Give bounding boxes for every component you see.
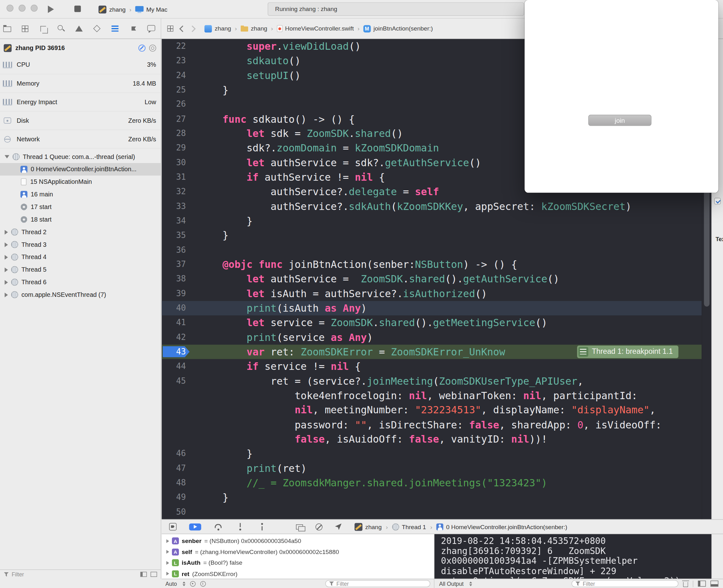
gauge-row-disk[interactable]: DiskZero KB/s: [0, 111, 161, 130]
thread-row[interactable]: Thread 6: [0, 276, 161, 289]
line-number-gutter[interactable]: 22: [162, 39, 192, 54]
line-number-gutter[interactable]: 39: [162, 287, 192, 301]
code-line[interactable]: 43 var ret: ZoomSDKError = ZoomSDKError_…: [162, 345, 702, 359]
simulate-location-icon[interactable]: [335, 523, 342, 530]
disclosure-triangle[interactable]: [5, 243, 8, 247]
variable-row[interactable]: Lret(ZoomSDKError): [162, 568, 434, 579]
breadcrumb-item[interactable]: zhang: [241, 25, 267, 32]
navigator-tab-symbols[interactable]: [37, 23, 49, 35]
line-number-gutter[interactable]: 26: [162, 97, 192, 112]
view-hierarchy-icon[interactable]: [296, 524, 303, 529]
code-line[interactable]: 42 print(service as Any): [162, 330, 702, 345]
disclosure-triangle[interactable]: [166, 550, 169, 554]
minimize-window-button[interactable]: [19, 5, 25, 12]
line-number-gutter[interactable]: [162, 403, 192, 417]
console-output[interactable]: 2019-08-22 14:58:04.453572+0800zhang[369…: [435, 534, 711, 579]
code-line[interactable]: 49 }: [162, 490, 702, 505]
line-number-gutter[interactable]: 49: [162, 490, 192, 505]
variables-filter-field[interactable]: Filter: [325, 580, 430, 587]
navigator-tab-source-control[interactable]: [19, 23, 31, 35]
line-number-gutter[interactable]: [162, 417, 192, 432]
code-line[interactable]: 48 //_ = ZoomsdkManger.shared.joinMeetin…: [162, 476, 702, 490]
stack-frame-row[interactable]: 18 start: [0, 213, 161, 226]
line-number-gutter[interactable]: 47: [162, 461, 192, 476]
toggle-console-pane-icon[interactable]: [710, 581, 718, 587]
breakpoint-badge[interactable]: Thread 1: breakpoint 1.1: [577, 345, 678, 358]
line-number-gutter[interactable]: [162, 432, 192, 446]
code-line[interactable]: 44 if service != nil {: [162, 359, 702, 374]
line-number-gutter[interactable]: [162, 388, 192, 403]
disclosure-triangle[interactable]: [5, 280, 8, 285]
navigator-tab-issues[interactable]: [73, 23, 85, 35]
code-line[interactable]: 39 let isAuth = authService?.isAuthorize…: [162, 287, 702, 301]
show-only-icon[interactable]: [190, 581, 195, 586]
stack-frame-row[interactable]: 0 HomeViewController.joinBtnAction...: [0, 163, 161, 176]
code-line[interactable]: 34 }: [162, 214, 702, 228]
step-over-icon[interactable]: [214, 523, 223, 531]
thread-row[interactable]: Thread 1 Queue: com.a...-thread (serial): [0, 150, 161, 163]
code-line[interactable]: toke4enfrocelogin: nil, webinarToken: ni…: [162, 388, 702, 403]
stack-frame-row[interactable]: 16 main: [0, 188, 161, 201]
variables-scope-select[interactable]: Auto: [165, 581, 177, 587]
line-number-gutter[interactable]: 34: [162, 214, 192, 228]
code-line[interactable]: 40 print(isAuth as Any): [162, 301, 702, 315]
gauge-row-network[interactable]: NetworkZero KB/s: [0, 130, 161, 149]
code-line[interactable]: 50: [162, 505, 702, 519]
info-icon[interactable]: [200, 581, 206, 586]
variable-row[interactable]: LisAuth= (Bool?) false: [162, 558, 434, 568]
gauge-row-cpu[interactable]: CPU3%: [0, 56, 161, 74]
step-out-icon[interactable]: [257, 523, 267, 531]
navigator-tab-reports[interactable]: [145, 23, 157, 35]
process-row[interactable]: zhang PID 36916: [0, 42, 161, 54]
line-number-gutter[interactable]: 42: [162, 330, 192, 345]
line-number-gutter[interactable]: 46: [162, 446, 192, 461]
code-line[interactable]: false, isAuidoOff: false, vanityID: nil)…: [162, 432, 702, 446]
line-number-gutter[interactable]: 31: [162, 170, 192, 185]
thread-row[interactable]: Thread 4: [0, 251, 161, 264]
stacked-view-icon[interactable]: [150, 572, 157, 577]
line-number-gutter[interactable]: 27: [162, 112, 192, 126]
disclosure-triangle[interactable]: [166, 561, 169, 565]
line-number-gutter[interactable]: 29: [162, 141, 192, 155]
variable-row[interactable]: Aself= (zhang.HomeViewController) 0x0000…: [162, 546, 434, 558]
disclosure-triangle[interactable]: [5, 292, 8, 297]
breadcrumb-item[interactable]: zhang: [204, 25, 231, 33]
disclosure-triangle[interactable]: [5, 155, 9, 158]
line-number-gutter[interactable]: 32: [162, 185, 192, 199]
line-number-gutter[interactable]: 44: [162, 359, 192, 374]
line-number-gutter[interactable]: 36: [162, 243, 192, 257]
code-line[interactable]: 46 }: [162, 446, 702, 461]
thread-row[interactable]: Thread 5: [0, 264, 161, 276]
navigator-tab-project[interactable]: [1, 23, 13, 35]
line-number-gutter[interactable]: 23: [162, 54, 192, 68]
line-number-gutter[interactable]: 35: [162, 228, 192, 243]
line-number-gutter[interactable]: 24: [162, 68, 192, 82]
code-line[interactable]: 37 @objc func joinBtnAction(senber:NSBut…: [162, 257, 702, 272]
variable-row[interactable]: Asenber= (NSButton) 0x0000600003504a50: [162, 536, 434, 546]
line-number-gutter[interactable]: 33: [162, 199, 192, 213]
navigator-filter-input[interactable]: Filter: [12, 571, 24, 578]
disclosure-triangle[interactable]: [166, 572, 169, 576]
navigator-tab-tests[interactable]: [91, 23, 103, 35]
join-button[interactable]: join: [588, 114, 652, 126]
clear-console-icon[interactable]: [683, 582, 688, 587]
console-scope-select[interactable]: All Output: [439, 581, 463, 587]
code-line[interactable]: 38 let authService = ZoomSDK.shared().ge…: [162, 272, 702, 287]
breadcrumb-item[interactable]: MjoinBtnAction(senber:): [364, 25, 433, 33]
line-number-gutter[interactable]: 30: [162, 155, 192, 170]
code-line[interactable]: 41 let service = ZoomSDK.shared().getMee…: [162, 315, 702, 330]
line-number-gutter[interactable]: 50: [162, 505, 192, 519]
utilities-checkbox[interactable]: [714, 198, 721, 205]
disclosure-triangle[interactable]: [5, 230, 8, 234]
stop-button[interactable]: [74, 6, 81, 12]
gauge-row-memory[interactable]: Memory18.4 MB: [0, 74, 161, 93]
line-number-gutter[interactable]: 48: [162, 476, 192, 490]
thread-row[interactable]: com.apple.NSEventThread (7): [0, 288, 161, 301]
thread-row[interactable]: Thread 3: [0, 238, 161, 251]
view-mode-icon[interactable]: [149, 44, 156, 51]
breakpoints-toggle-icon[interactable]: [169, 523, 177, 531]
navigator-tab-find[interactable]: [55, 23, 67, 35]
navigator-tab-breakpoints[interactable]: [127, 23, 139, 35]
navigator-tab-debug-active[interactable]: [109, 23, 121, 35]
stack-frame-row[interactable]: 17 start: [0, 201, 161, 213]
